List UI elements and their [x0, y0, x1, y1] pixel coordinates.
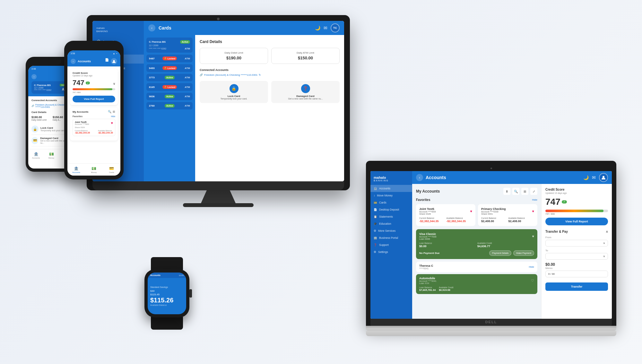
- phone-left-back[interactable]: ‹: [31, 74, 37, 79]
- phone-mid-doc-icon[interactable]: 📄: [105, 58, 109, 65]
- mac-content: C.Theresa BS Active 12 / 2099 **** **** …: [144, 35, 344, 181]
- brand-name: mahalo: [96, 27, 140, 30]
- card-item-2[interactable]: 5487 🔒 Locked ATM: [146, 55, 193, 62]
- phone-joint-heart[interactable]: ♥: [111, 121, 113, 125]
- phone-mid-screen: 3:58 ▲ ▪ ‹ Accounts 📄: [67, 50, 120, 176]
- transfer-pay-section: Transfer & Pay ∧ From ∨: [545, 230, 608, 291]
- primary-checking-heart[interactable]: ♥: [532, 209, 534, 213]
- watch-crown: [189, 289, 192, 298]
- moon-icon[interactable]: 🌙: [315, 25, 320, 30]
- phone-mid-nav-money[interactable]: 💵 Money: [85, 166, 103, 173]
- auto-heart[interactable]: ♡: [531, 279, 534, 283]
- phone-joint-card[interactable]: Joint Test5 Account ****000I Share 0326 …: [73, 119, 115, 136]
- phone-mid-nav-accounts[interactable]: 🏦 Accounts: [67, 166, 85, 173]
- favorites-header: Favorites Hide: [416, 198, 537, 202]
- card-item-1[interactable]: C.Theresa BS Active 12 / 2099 **** **** …: [146, 38, 193, 53]
- joint-test5-heart[interactable]: ♥: [470, 209, 472, 213]
- laptop-brand-tagline: BANKING: [374, 179, 409, 182]
- visa-credit-label: Available Credit: [477, 242, 534, 244]
- card-item-6[interactable]: 9836 Active ATM: [146, 93, 193, 100]
- transfer-from-select[interactable]: ∨: [545, 240, 608, 247]
- phone-mid-nav-cards[interactable]: 💳 Cards: [103, 166, 120, 173]
- laptop-mail-icon[interactable]: ✉: [592, 175, 596, 180]
- phone-mid-topbar: ‹ Accounts 📄: [67, 56, 120, 66]
- laptop-sidebar-statements[interactable]: 📋 Statements: [370, 213, 412, 220]
- laptop-sidebar-more-services[interactable]: ⚙ More Services: [370, 227, 412, 234]
- account-link[interactable]: 🔗 Freedom (Account) & Checking ******110…: [200, 74, 340, 76]
- phone-nav-money[interactable]: 💵 Money: [44, 152, 59, 159]
- auto-balance-label: Loan Balance: [419, 286, 436, 289]
- phone-search-icon[interactable]: 🔍: [108, 110, 111, 113]
- phone-fav-hide[interactable]: Hide: [111, 115, 115, 117]
- user-avatar[interactable]: TC: [331, 23, 340, 32]
- transfer-memo-input[interactable]: 0 / 30: [545, 271, 608, 277]
- auto-account: Account ****0041: [419, 280, 437, 282]
- phone-mid-back[interactable]: ‹: [71, 59, 76, 64]
- damaged-card-name: Damaged Card: [274, 95, 336, 98]
- phone-view-report-btn[interactable]: View Full Report: [73, 96, 115, 102]
- grid-btn[interactable]: ⊞: [521, 188, 528, 195]
- laptop-sidebar-accounts[interactable]: 🏦 Accounts: [370, 185, 412, 192]
- expand-btn[interactable]: ⤢: [530, 188, 537, 195]
- card-item-3[interactable]: 9493 🔒 Locked ATM: [146, 64, 193, 72]
- phone-nav-accounts[interactable]: 🏦 Accounts: [28, 152, 44, 159]
- damaged-card-action[interactable]: ❓ Damaged Card Get a new card with the s…: [271, 81, 340, 103]
- phone-mid-nav-cards-icon: 💳: [109, 166, 114, 171]
- phone-my-accounts-title: My Accounts: [73, 110, 89, 113]
- payment-details-btn[interactable]: Payment Details: [489, 250, 511, 256]
- phone-card-exp: 12 / 2099: [34, 87, 51, 89]
- card-1-exp: 12 / 2099: [149, 44, 190, 47]
- laptop-sidebar-business[interactable]: 🏢 Business Portal: [370, 234, 412, 241]
- laptop-sidebar-support[interactable]: ❓ Support: [370, 241, 412, 248]
- card-7-type: ATM: [185, 104, 190, 107]
- make-payment-btn[interactable]: Make Payment: [513, 250, 534, 256]
- visa-classic-heart[interactable]: ♥: [532, 234, 534, 238]
- laptop-camera: [490, 168, 492, 169]
- laptop-sidebar-cards[interactable]: 💳 Cards: [370, 199, 412, 206]
- lock-card-action[interactable]: 🔒 Lock Card Temporarily lock your card.: [200, 81, 268, 103]
- laptop-sidebar-deposit[interactable]: 📄 Desktop Deposit: [370, 206, 412, 213]
- laptop-user-avatar[interactable]: [599, 173, 608, 182]
- card-item-4[interactable]: 3773 Active ATM: [146, 74, 193, 81]
- favorites-hide-btn[interactable]: Hide: [532, 198, 537, 201]
- phone-lock-icon: 🔒: [31, 126, 39, 133]
- theresa-hide-btn[interactable]: Hide: [529, 265, 534, 268]
- phone-debit-item: $190.00 Daily Debit Limit: [31, 116, 50, 121]
- phone-fav-header: Favorites Hide: [73, 115, 115, 117]
- phone-mid-nav-accounts-label: Accounts: [72, 171, 80, 173]
- primary-checking-card[interactable]: Primary Checking Account ****0330 Share …: [478, 204, 537, 226]
- search-btn[interactable]: 🔍: [512, 188, 519, 195]
- phone-grid-icon[interactable]: ⊞: [113, 110, 115, 113]
- joint-test5-card[interactable]: Joint Test5 Account ****000I Share 0326 …: [416, 204, 475, 226]
- transfer-from-label: From: [545, 236, 608, 239]
- joint-test5-account: Account ****000I: [419, 211, 436, 213]
- card-5-type: ATM: [185, 86, 190, 89]
- favorites-title: Favorites: [416, 198, 430, 202]
- laptop-moon-icon[interactable]: 🌙: [583, 175, 589, 180]
- laptop-base-frame: DELL: [370, 319, 612, 326]
- laptop-sidebar-education[interactable]: 🎓 Education: [370, 220, 412, 227]
- joint-current-label: Current Balance: [419, 217, 445, 219]
- laptop-sidebar-move-money[interactable]: ↕ Move Money: [370, 192, 412, 199]
- card-item-5[interactable]: 8165 🔒 Locked ATM: [146, 83, 193, 91]
- laptop-back-button[interactable]: ‹: [416, 174, 423, 181]
- laptop-topbar-icons: 🌙 ✉: [583, 173, 608, 182]
- phone-mid-avatar[interactable]: [111, 58, 117, 65]
- phone-mid-battery: ▪: [117, 52, 117, 55]
- view-full-report-btn[interactable]: View Full Report: [545, 218, 608, 225]
- theresa-row: Theresa C *****0041 Hide: [416, 262, 537, 272]
- transfer-to-select[interactable]: ∨: [545, 253, 608, 260]
- transfer-button[interactable]: Transfer: [545, 282, 608, 291]
- atm-limit-value: $150.00: [275, 56, 336, 60]
- phone-account-name: Freedom (Account) & Checking: [35, 104, 67, 106]
- accounts-panel-header: My Accounts ⬇ 🔍 ⊞ ⤢: [416, 188, 537, 195]
- automobile-card[interactable]: Automobile Account ****0041 Loan XXX ♡: [416, 274, 537, 294]
- visa-classic-card[interactable]: Visa Classic Account ****7000 Loan 000E …: [416, 229, 537, 259]
- transfer-chevron[interactable]: ∧: [606, 230, 608, 233]
- download-btn[interactable]: ⬇: [503, 188, 510, 195]
- mail-icon[interactable]: ✉: [324, 25, 327, 30]
- back-button[interactable]: ‹: [148, 24, 155, 31]
- card-item-7[interactable]: 2760 Active ATM: [146, 102, 193, 109]
- laptop-sidebar-settings[interactable]: ⚙ Settings: [370, 248, 412, 256]
- phone-joint-account: Account ****000I: [75, 123, 89, 125]
